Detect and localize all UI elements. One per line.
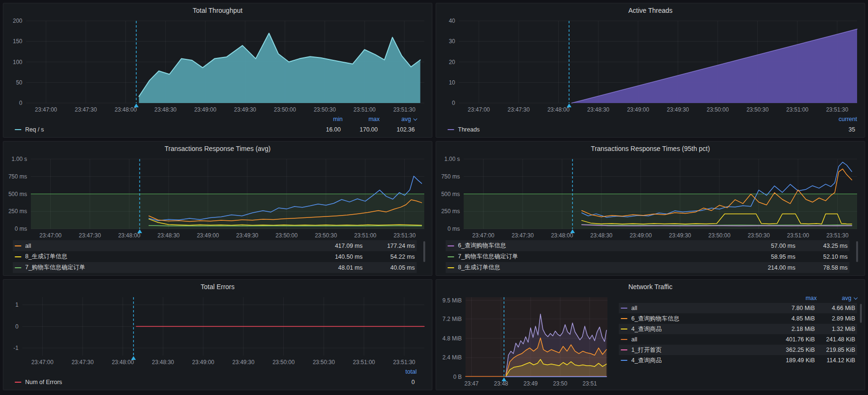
network-traffic-body: 0 B2.4 MiB4.8 MiB7.2 MiB9.5 MiB23:4723:4… bbox=[439, 292, 862, 388]
svg-text:23:47: 23:47 bbox=[464, 380, 478, 387]
chart-total-throughput[interactable]: 05010015020023:47:0023:47:3023:48:0023:4… bbox=[6, 16, 429, 114]
legend-header-row: max avg bbox=[619, 293, 857, 303]
legend-value-avg: 4.66 MiB bbox=[815, 305, 855, 311]
panel-title-response-times-avg[interactable]: Transactions Response Times (avg) bbox=[6, 143, 429, 154]
legend-rows: 6_查询购物车信息 57.00 ms 43.25 ms 7_购物车信息确定订单 … bbox=[446, 240, 849, 273]
legend-label[interactable]: Req / s bbox=[25, 126, 304, 133]
svg-text:23:47:30: 23:47:30 bbox=[512, 232, 534, 239]
chart-response-times-95pct[interactable]: 0 ms250 ms500 ms750 ms1.00 s23:47:0023:4… bbox=[439, 154, 862, 240]
svg-text:23:50:30: 23:50:30 bbox=[314, 106, 336, 113]
series-color-icon bbox=[448, 267, 454, 268]
svg-text:23:49:00: 23:49:00 bbox=[627, 106, 649, 113]
panel-response-times-95pct: Transactions Response Times (95th pct) 0… bbox=[436, 141, 865, 276]
panel-title-active-threads[interactable]: Active Threads bbox=[439, 5, 862, 16]
svg-text:10: 10 bbox=[449, 79, 456, 86]
svg-text:23:51:00: 23:51:00 bbox=[354, 232, 376, 239]
svg-text:23:47:00: 23:47:00 bbox=[472, 232, 495, 239]
legend-value-2: 43.25 ms bbox=[795, 243, 848, 249]
svg-text:23:51:30: 23:51:30 bbox=[826, 106, 849, 113]
legend-value-current: 35 bbox=[812, 126, 855, 133]
dashboard-grid: Total Throughput 05010015020023:47:0023:… bbox=[0, 0, 868, 395]
series-color-icon bbox=[621, 339, 627, 340]
svg-text:9.5 MiB: 9.5 MiB bbox=[442, 297, 462, 304]
legend-label[interactable]: 8_生成订单信息 bbox=[458, 263, 743, 272]
svg-text:23:49:30: 23:49:30 bbox=[234, 106, 256, 113]
legend-label[interactable]: 1_打开首页 bbox=[631, 346, 775, 354]
svg-text:23:48:00: 23:48:00 bbox=[114, 106, 137, 113]
legend-label[interactable]: Threads bbox=[458, 126, 812, 133]
chart-total-errors[interactable]: 10-123:47:0023:47:3023:48:0023:48:3023:4… bbox=[6, 292, 429, 367]
legend-response-times-95pct: 6_查询购物车信息 57.00 ms 43.25 ms 7_购物车信息确定订单 … bbox=[439, 240, 862, 274]
legend-label[interactable]: 7_购物车信息确定订单 bbox=[458, 253, 743, 261]
svg-text:23:50:00: 23:50:00 bbox=[707, 106, 729, 113]
panel-title-network-traffic[interactable]: Network Traffic bbox=[439, 282, 862, 292]
legend-row: 8_生成订单信息 140.50 ms 54.22 ms bbox=[13, 251, 417, 262]
legend-value-max: 189.49 KiB bbox=[775, 357, 815, 364]
legend-sort-total[interactable]: total bbox=[374, 368, 417, 375]
legend-sort-min[interactable]: min bbox=[306, 116, 343, 122]
legend-scrollbar[interactable] bbox=[860, 304, 862, 323]
legend-row: 1_打开首页 362.25 KiB 219.85 KiB bbox=[619, 345, 857, 355]
svg-text:23:49:00: 23:49:00 bbox=[197, 232, 219, 239]
legend-label[interactable]: 4_查询商品 bbox=[631, 325, 775, 333]
svg-text:23:49:30: 23:49:30 bbox=[236, 232, 259, 239]
panel-title-response-times-95pct[interactable]: Transactions Response Times (95th pct) bbox=[439, 143, 862, 154]
legend-value-1: 57.00 ms bbox=[743, 243, 795, 249]
svg-text:23:50:30: 23:50:30 bbox=[313, 359, 335, 366]
chart-network-traffic[interactable]: 0 B2.4 MiB4.8 MiB7.2 MiB9.5 MiB23:4723:4… bbox=[439, 292, 612, 388]
legend-label[interactable]: 6_查询购物车信息 bbox=[458, 242, 743, 250]
legend-row: Req / s 16.00 170.00 102.36 bbox=[13, 124, 417, 135]
legend-sort-avg[interactable]: avg bbox=[817, 295, 857, 301]
svg-text:23:48:30: 23:48:30 bbox=[152, 359, 174, 366]
svg-text:750 ms: 750 ms bbox=[9, 173, 27, 180]
svg-text:250 ms: 250 ms bbox=[9, 208, 27, 215]
series-color-icon bbox=[15, 382, 21, 383]
chart-response-times-avg[interactable]: 0 ms250 ms500 ms750 ms1.00 s23:47:0023:4… bbox=[6, 154, 429, 240]
svg-text:23:51:00: 23:51:00 bbox=[786, 106, 809, 113]
legend-label[interactable]: all bbox=[631, 305, 775, 311]
legend-sort-current[interactable]: current bbox=[814, 116, 857, 122]
legend-value-avg: 219.85 KiB bbox=[815, 347, 855, 353]
svg-text:1: 1 bbox=[15, 301, 19, 308]
legend-sort-max[interactable]: max bbox=[343, 116, 380, 122]
svg-text:23:50:30: 23:50:30 bbox=[747, 232, 770, 239]
svg-text:750 ms: 750 ms bbox=[441, 173, 460, 180]
legend-value-avg: 2.89 MiB bbox=[815, 315, 855, 322]
legend-label[interactable]: 4_查询商品 bbox=[631, 357, 775, 365]
legend-value-2: 54.22 ms bbox=[363, 254, 415, 260]
legend-label[interactable]: 7_购物车信息确定订单 bbox=[25, 263, 310, 272]
svg-text:23:51:00: 23:51:00 bbox=[354, 106, 376, 113]
svg-text:23:48:30: 23:48:30 bbox=[158, 232, 180, 239]
chart-active-threads[interactable]: 01020304023:47:0023:47:3023:48:0023:48:3… bbox=[439, 16, 862, 114]
legend-label[interactable]: 8_生成订单信息 bbox=[25, 253, 310, 261]
legend-label[interactable]: 6_查询购物车信息 bbox=[631, 315, 775, 323]
sort-caret-icon bbox=[413, 117, 417, 121]
svg-text:50: 50 bbox=[16, 79, 23, 86]
svg-text:23:47:30: 23:47:30 bbox=[72, 359, 94, 366]
series-color-icon bbox=[621, 308, 627, 309]
series-color-icon bbox=[448, 245, 454, 246]
legend-label[interactable]: all bbox=[25, 243, 310, 249]
legend-value-avg: 102.36 bbox=[378, 126, 415, 133]
legend-label[interactable]: Num of Errors bbox=[25, 379, 372, 386]
panel-total-throughput: Total Throughput 05010015020023:47:0023:… bbox=[3, 3, 432, 138]
legend-value-1: 214.00 ms bbox=[743, 264, 795, 271]
svg-text:23:48:00: 23:48:00 bbox=[118, 232, 140, 239]
legend-label[interactable]: all bbox=[631, 336, 775, 343]
legend-scrollbar[interactable] bbox=[856, 241, 858, 262]
svg-text:1.00 s: 1.00 s bbox=[11, 156, 27, 162]
svg-text:0 B: 0 B bbox=[453, 374, 462, 380]
svg-text:23:51:30: 23:51:30 bbox=[826, 232, 849, 239]
legend-scrollbar[interactable] bbox=[423, 241, 425, 262]
panel-title-total-throughput[interactable]: Total Throughput bbox=[6, 5, 429, 16]
legend-value-2: 52.10 ms bbox=[795, 254, 848, 260]
panel-title-total-errors[interactable]: Total Errors bbox=[6, 282, 429, 292]
legend-row: Num of Errors 0 bbox=[13, 376, 417, 387]
legend-sort-avg[interactable]: avg bbox=[380, 116, 417, 122]
legend-sort-max[interactable]: max bbox=[776, 295, 817, 301]
svg-text:23:48:30: 23:48:30 bbox=[587, 106, 609, 113]
panel-active-threads: Active Threads 01020304023:47:0023:47:30… bbox=[436, 3, 865, 138]
svg-text:23:51:00: 23:51:00 bbox=[353, 359, 375, 366]
legend-row: all 417.09 ms 177.24 ms bbox=[13, 240, 417, 251]
svg-text:1.00 s: 1.00 s bbox=[444, 156, 460, 162]
